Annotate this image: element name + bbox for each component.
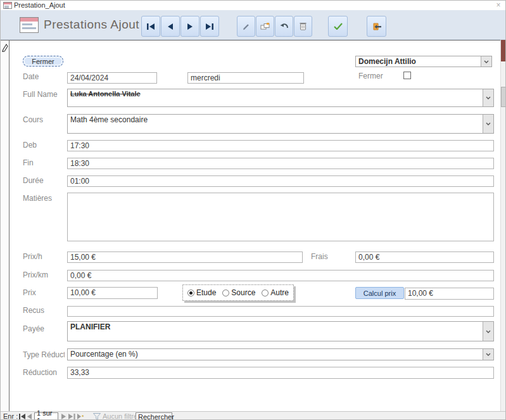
fermer-button[interactable]: Fermer [23,56,63,67]
previous-record-icon [167,23,174,30]
fin-field[interactable] [67,157,494,169]
first-record-icon [146,23,155,30]
duree-field[interactable] [67,175,494,186]
radio-autre[interactable]: Autre [262,288,289,297]
full-name-label: Full Name [23,90,58,99]
payee-combobox[interactable]: PLANIFIER [67,321,494,341]
new-record-icon[interactable]: * [77,414,85,419]
window-titlebar: Prestation_Ajout × [1,1,506,10]
svg-text:*: * [82,414,84,419]
payee-value: PLANIFIER [68,322,483,341]
search-input[interactable]: Rechercher [136,412,172,420]
cours-value: Math 4ème secondaire [68,115,483,133]
undo-button[interactable] [275,16,293,37]
validate-button[interactable] [328,16,348,37]
access-form-window: Prestation_Ajout × Prestations Ajout [0,0,506,420]
next-record-icon[interactable] [61,414,66,419]
record-navigation-bar: Enr : 1 sur 1 * Aucun filtre Rechercher [1,411,506,420]
radio-icon [262,290,269,296]
radio-source[interactable]: Source [222,288,255,297]
form-header: Prestations Ajout [1,10,506,40]
previous-record-button[interactable] [161,16,180,37]
calcul-prix-result-field[interactable] [405,287,494,299]
scrollbar-accent [501,40,506,61]
type-reduction-combobox[interactable]: Pourcentage (en %) [67,348,494,360]
fermer-check-label: Fermer [358,72,383,80]
full-name-value: Luka Antonella Vitale [68,89,483,106]
copy-icon [260,23,270,30]
last-record-icon [205,23,214,30]
record-selector-bar[interactable] [1,41,9,411]
person-combobox[interactable]: Domecijn Attilio [355,56,492,67]
prix-h-label: Prix/h [23,252,42,261]
form-icon [20,17,39,33]
exit-door-icon [372,23,382,30]
fin-label: Fin [23,158,34,167]
copy-record-button[interactable] [256,16,274,37]
recus-label: Recus [23,306,44,315]
exit-form-button[interactable] [367,16,386,37]
type-reduction-label: Type Réducti [23,350,65,359]
radio-icon [222,290,229,296]
delete-record-button[interactable] [294,16,312,37]
window-title: Prestation_Ajout [14,1,65,9]
payee-label: Payée [23,324,44,333]
check-icon [334,23,343,30]
next-record-icon [187,23,193,30]
fermer-checkbox[interactable] [403,72,411,79]
reduction-label: Réduction [23,368,57,377]
radio-selected-icon [187,290,194,296]
pencil-icon [243,23,250,30]
frais-field[interactable] [355,251,494,262]
editing-pencil-icon [2,44,8,52]
prix-km-field[interactable] [67,269,494,281]
chevron-down-icon[interactable] [483,322,493,341]
matieres-label: Matières [23,194,52,203]
cours-combobox[interactable]: Math 4ème secondaire [67,114,494,134]
full-name-combobox[interactable]: Luka Antonella Vitale [67,89,494,107]
form-title: Prestations Ajout [44,18,139,32]
reduction-field[interactable] [67,366,494,378]
previous-record-icon[interactable] [27,414,32,419]
record-position-box[interactable]: 1 sur 1 [34,412,58,420]
recus-field[interactable] [67,305,494,315]
weekday-field[interactable] [187,72,304,83]
close-icon[interactable]: × [493,1,503,10]
filter-status-label: Aucun filtre [103,412,137,420]
first-record-button[interactable] [141,16,160,37]
undo-icon [280,23,289,30]
trash-icon [300,22,307,30]
last-record-icon[interactable] [68,414,75,419]
date-field[interactable] [67,72,157,83]
first-record-icon[interactable] [19,414,26,419]
filter-icon [93,413,101,420]
matieres-textarea[interactable] [67,193,494,241]
prix-km-label: Prix/km [23,270,48,279]
form-icon [3,2,12,9]
prix-type-option-group: Etude Source Autre [182,284,294,301]
prix-label: Prix [23,288,36,297]
prix-field[interactable] [67,286,158,298]
cours-label: Cours [23,115,43,124]
calcul-prix-button[interactable]: Calcul prix [355,287,404,299]
chevron-down-icon[interactable] [483,115,493,133]
chevron-down-icon[interactable] [483,89,493,106]
deb-label: Deb [23,141,37,150]
date-label: Date [23,72,39,81]
person-combobox-value: Domecijn Attilio [356,56,481,67]
record-label: Enr : [3,412,18,420]
radio-etude[interactable]: Etude [187,288,216,297]
type-reduction-value: Pourcentage (en %) [68,349,483,360]
chevron-down-icon[interactable] [483,349,493,360]
scrollbar-thumb[interactable] [501,87,506,107]
deb-field[interactable] [67,139,494,151]
prix-h-field[interactable] [67,251,303,262]
next-record-button[interactable] [180,16,199,37]
duree-label: Durée [23,176,44,185]
frais-label: Frais [311,252,328,261]
last-record-button[interactable] [200,16,219,37]
edit-record-button[interactable] [237,16,255,37]
chevron-down-icon[interactable] [481,56,491,67]
